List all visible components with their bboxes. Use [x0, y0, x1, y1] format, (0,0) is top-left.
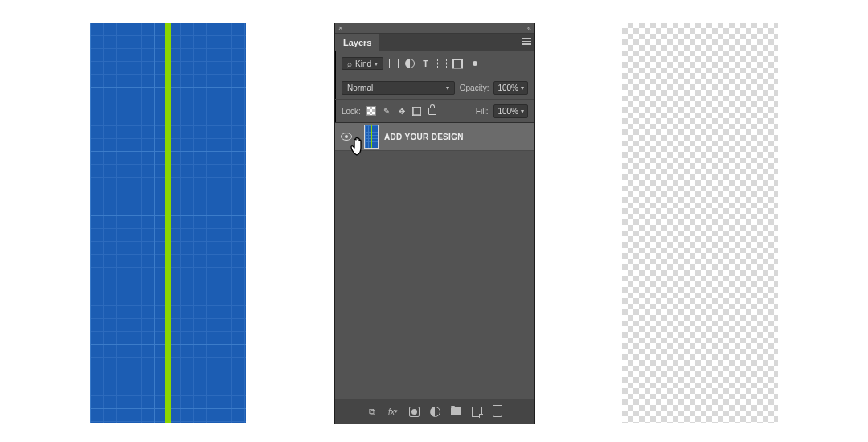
svg-point-1 — [345, 135, 348, 138]
delete-layer-icon[interactable] — [492, 406, 503, 417]
close-icon[interactable]: × — [338, 24, 342, 32]
add-adjustment-icon[interactable] — [429, 406, 440, 417]
layer-thumbnail[interactable] — [365, 125, 378, 148]
lock-pixels-icon[interactable]: ✎ — [382, 107, 391, 116]
add-mask-icon[interactable] — [408, 406, 420, 417]
filter-artboard-icon[interactable] — [468, 59, 480, 69]
blend-mode-select[interactable]: Normal ▾ — [342, 81, 455, 95]
tab-label: Layers — [343, 38, 371, 47]
panel-footer: ⧉ fx▾ — [335, 399, 534, 424]
filter-pixel-icon[interactable] — [387, 59, 399, 69]
chevron-down-icon: ▾ — [375, 60, 378, 68]
visibility-toggle[interactable] — [335, 123, 358, 150]
filter-adjustment-icon[interactable] — [403, 59, 416, 69]
search-icon: ⌕ — [347, 59, 352, 68]
layer-row[interactable]: ADD YOUR DESIGN — [335, 123, 534, 151]
opacity-input[interactable]: 100% ▾ — [493, 81, 528, 95]
fill-value: 100% — [497, 107, 518, 116]
collapse-icon[interactable]: « — [527, 24, 531, 32]
lock-transparency-icon[interactable] — [366, 106, 376, 116]
blend-mode-value: Normal — [347, 84, 373, 92]
blueprint-gutter-stripe — [165, 23, 171, 423]
chevron-down-icon: ▾ — [521, 84, 524, 92]
filter-row: ⌕ Kind ▾ T — [335, 51, 534, 76]
lock-all-icon[interactable] — [428, 108, 437, 115]
tab-layers[interactable]: Layers — [335, 34, 379, 51]
filter-kind-label: Kind — [355, 59, 371, 68]
filter-type-icon[interactable]: T — [420, 59, 432, 69]
filter-smartobject-icon[interactable] — [452, 59, 464, 69]
panel-minibar: × « — [335, 23, 534, 34]
panel-tab-row: Layers — [335, 34, 534, 51]
filter-kind-select[interactable]: ⌕ Kind ▾ — [342, 57, 383, 70]
link-layers-icon[interactable]: ⧉ — [366, 406, 378, 417]
layers-panel: × « Layers ⌕ Kind ▾ T Normal ▾ Opacity: … — [334, 23, 535, 424]
chevron-down-icon: ▾ — [446, 84, 449, 92]
layer-style-button[interactable]: fx▾ — [387, 406, 399, 417]
layer-name[interactable]: ADD YOUR DESIGN — [384, 133, 464, 141]
new-group-icon[interactable] — [450, 406, 461, 417]
opacity-value: 100% — [497, 84, 518, 92]
layers-list: ADD YOUR DESIGN — [335, 123, 534, 399]
lock-label: Lock: — [342, 107, 361, 116]
fill-label: Fill: — [476, 107, 489, 116]
eye-icon — [341, 133, 352, 141]
lock-artboard-icon[interactable] — [412, 107, 422, 116]
panel-menu-icon[interactable] — [522, 38, 531, 47]
lock-position-icon[interactable]: ✥ — [397, 107, 407, 116]
canvas-blueprint — [90, 23, 246, 423]
filter-shape-icon[interactable] — [436, 59, 448, 69]
opacity-label: Opacity: — [460, 84, 489, 92]
lock-row: Lock: ✎ ✥ Fill: 100% ▾ — [335, 100, 534, 123]
blend-row: Normal ▾ Opacity: 100% ▾ — [335, 76, 534, 100]
chevron-down-icon: ▾ — [521, 108, 524, 115]
new-layer-icon[interactable] — [471, 406, 482, 417]
canvas-transparent — [622, 23, 778, 423]
fill-input[interactable]: 100% ▾ — [493, 104, 528, 118]
